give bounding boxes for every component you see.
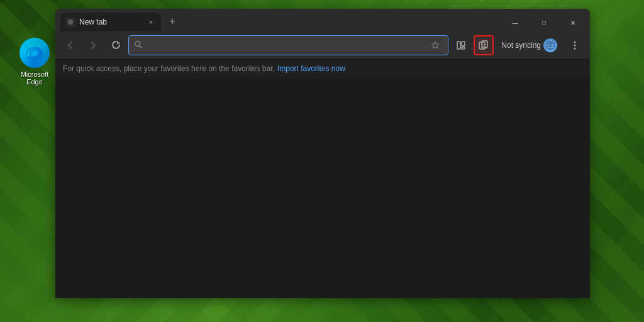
- title-bar: New tab × + — □ ✕: [55, 9, 590, 31]
- content-area: [55, 78, 590, 298]
- refresh-button[interactable]: [106, 35, 126, 55]
- tab-strip: New tab × +: [55, 13, 498, 31]
- svg-point-19: [574, 47, 576, 49]
- search-icon: [134, 40, 142, 50]
- forward-button[interactable]: [83, 35, 103, 55]
- address-input[interactable]: [146, 40, 424, 50]
- import-favorites-link[interactable]: Import favorites now: [277, 64, 345, 73]
- not-syncing-label: Not syncing: [501, 41, 541, 50]
- tab-favicon: [65, 17, 75, 27]
- toolbar: Not syncing: [55, 31, 590, 59]
- address-bar[interactable]: [128, 35, 448, 55]
- svg-point-17: [574, 41, 576, 43]
- tab-title: New tab: [79, 18, 142, 26]
- close-button[interactable]: ✕: [558, 14, 587, 31]
- window-controls: — □ ✕: [498, 11, 590, 34]
- tab-close-button[interactable]: ×: [146, 17, 156, 27]
- desktop-icon-label: Microsoft Edge: [13, 70, 57, 86]
- back-button[interactable]: [60, 35, 80, 55]
- maximize-button[interactable]: □: [530, 14, 558, 31]
- reading-list-button[interactable]: [451, 35, 471, 55]
- edge-icon-image: [19, 38, 50, 68]
- new-tab-button[interactable]: +: [164, 13, 181, 30]
- svg-point-18: [574, 44, 576, 46]
- svg-rect-6: [462, 42, 465, 46]
- favorites-hint-text: For quick access, place your favorites h…: [63, 64, 275, 73]
- more-tools-button[interactable]: [565, 35, 585, 55]
- sync-globe-icon: [543, 38, 557, 52]
- active-tab[interactable]: New tab ×: [60, 13, 161, 31]
- browser-window: New tab × + — □ ✕: [55, 9, 590, 298]
- svg-line-4: [140, 45, 142, 48]
- svg-rect-5: [457, 42, 460, 49]
- minimize-button[interactable]: —: [501, 14, 530, 31]
- favorites-star-button[interactable]: [428, 38, 443, 53]
- sync-button[interactable]: Not syncing: [496, 36, 562, 55]
- svg-rect-7: [462, 47, 465, 49]
- favorites-bar: For quick access, place your favorites h…: [55, 59, 590, 78]
- collections-button[interactable]: [474, 35, 494, 55]
- desktop: Microsoft Edge New tab ×: [0, 0, 644, 322]
- edge-desktop-icon[interactable]: Microsoft Edge: [13, 38, 57, 86]
